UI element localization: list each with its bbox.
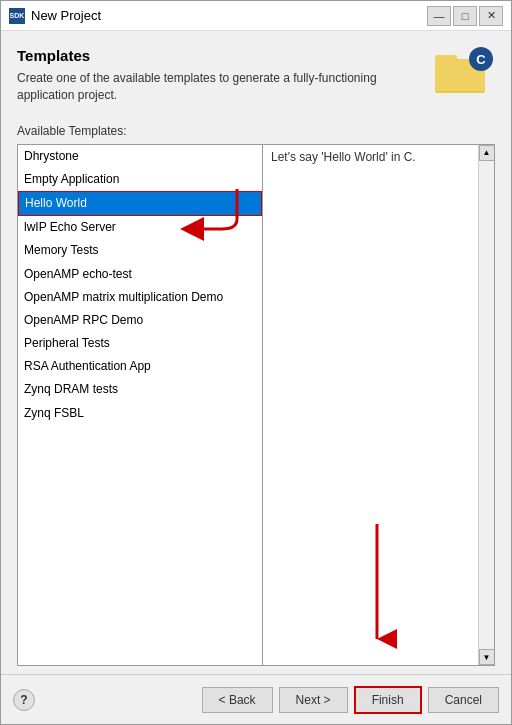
templates-panels: DhrystoneEmpty ApplicationHello WorldlwI… — [17, 144, 495, 666]
scroll-up-button[interactable]: ▲ — [479, 145, 495, 161]
template-item-openamp-rpc-demo[interactable]: OpenAMP RPC Demo — [18, 309, 262, 332]
folder-svg: C — [435, 47, 493, 95]
template-description-text: Let's say 'Hello World' in C. — [269, 148, 418, 166]
cancel-button[interactable]: Cancel — [428, 687, 499, 713]
header-row: Templates Create one of the available te… — [17, 47, 495, 118]
svg-text:C: C — [476, 52, 486, 67]
section-title: Templates — [17, 47, 425, 64]
new-project-window: SDK New Project — □ ✕ Templates Create o… — [0, 0, 512, 725]
title-bar: SDK New Project — □ ✕ — [1, 1, 511, 31]
scroll-down-button[interactable]: ▼ — [479, 649, 495, 665]
template-item-hello-world[interactable]: Hello World — [18, 191, 262, 216]
help-button[interactable]: ? — [13, 689, 35, 711]
template-item-zynq-dram[interactable]: Zynq DRAM tests — [18, 378, 262, 401]
next-button[interactable]: Next > — [279, 687, 348, 713]
template-item-memory-tests[interactable]: Memory Tests — [18, 239, 262, 262]
right-panel-wrapper: Let's say 'Hello World' in C. ▲ ▼ — [263, 145, 494, 665]
sdk-icon: SDK — [9, 8, 25, 24]
template-icon: C — [435, 47, 495, 97]
template-item-empty-application[interactable]: Empty Application — [18, 168, 262, 191]
template-list[interactable]: DhrystoneEmpty ApplicationHello WorldlwI… — [18, 145, 263, 665]
section-description: Create one of the available templates to… — [17, 70, 425, 104]
template-item-lwip-echo-server[interactable]: lwIP Echo Server — [18, 216, 262, 239]
template-description-panel: Let's say 'Hello World' in C. — [263, 145, 478, 665]
window-controls: — □ ✕ — [427, 6, 503, 26]
template-item-openamp-echo-test[interactable]: OpenAMP echo-test — [18, 263, 262, 286]
maximize-button[interactable]: □ — [453, 6, 477, 26]
template-item-zynq-fsbl[interactable]: Zynq FSBL — [18, 402, 262, 425]
right-scrollbar: ▲ ▼ — [478, 145, 494, 665]
close-button[interactable]: ✕ — [479, 6, 503, 26]
window-title: New Project — [31, 8, 427, 23]
back-button[interactable]: < Back — [202, 687, 273, 713]
header-text: Templates Create one of the available te… — [17, 47, 425, 118]
finish-button[interactable]: Finish — [354, 686, 422, 714]
templates-label: Available Templates: — [17, 124, 495, 138]
bottom-bar: ? < Back Next > Finish Cancel — [1, 674, 511, 724]
minimize-button[interactable]: — — [427, 6, 451, 26]
template-item-dhrystone[interactable]: Dhrystone — [18, 145, 262, 168]
template-item-openamp-matrix-demo[interactable]: OpenAMP matrix multiplication Demo — [18, 286, 262, 309]
template-item-rsa-auth[interactable]: RSA Authentication App — [18, 355, 262, 378]
template-item-peripheral-tests[interactable]: Peripheral Tests — [18, 332, 262, 355]
content-area: Templates Create one of the available te… — [1, 31, 511, 666]
